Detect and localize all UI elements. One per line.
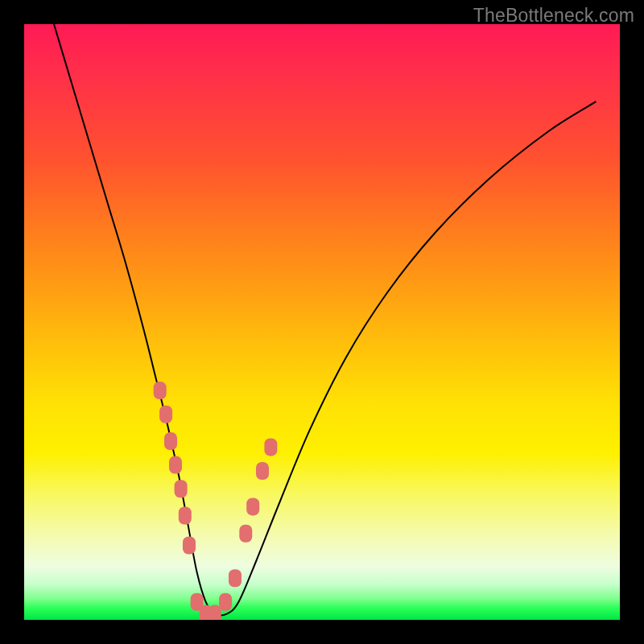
watermark-text: TheBottleneck.com <box>473 5 634 27</box>
marker-point <box>169 456 182 474</box>
marker-point <box>208 605 221 620</box>
marker-point <box>256 462 269 480</box>
marker-point <box>183 537 196 555</box>
bottleneck-curve <box>54 24 596 615</box>
marker-point <box>246 497 259 515</box>
marker-point <box>239 525 252 543</box>
marker-point <box>229 569 242 587</box>
curve-layer <box>24 24 620 620</box>
plot-area <box>24 24 620 620</box>
marker-point <box>175 480 188 497</box>
marker-point <box>179 507 192 525</box>
highlighted-points <box>154 382 278 620</box>
marker-point <box>159 406 172 423</box>
marker-point <box>264 438 277 456</box>
marker-point <box>219 593 232 611</box>
marker-point <box>154 382 167 399</box>
marker-point <box>164 432 177 450</box>
chart-frame: TheBottleneck.com <box>0 0 644 644</box>
